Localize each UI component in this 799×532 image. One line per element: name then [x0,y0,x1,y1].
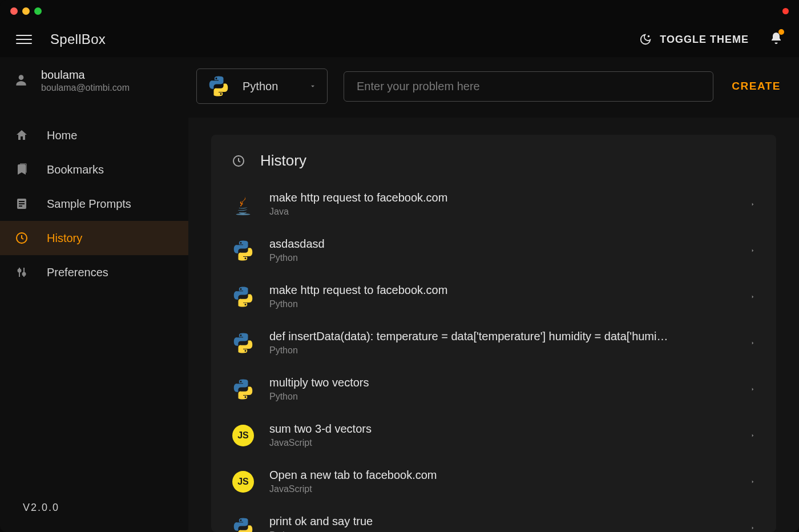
sliders-icon [14,265,30,279]
history-item-lang: Python [269,392,731,402]
history-item-title: sum two 3-d vectors [269,422,731,436]
sidebar-item-label: History [47,232,82,245]
history-item-lang: JavaScript [269,484,731,494]
panel-title: History [260,152,306,170]
history-item[interactable]: asdasdasdPython [232,227,756,273]
language-icon [232,332,255,354]
language-icon [232,239,255,262]
history-item[interactable]: JSOpen a new tab to facebook.comJavaScri… [232,458,756,505]
home-icon [14,128,30,142]
avatar-icon [14,72,29,90]
history-panel: History make http request to facebook.co… [211,135,776,532]
language-select[interactable]: Python [196,68,328,104]
history-item[interactable]: make http request to facebook.comJava [232,181,756,227]
chevron-right-icon [750,478,756,485]
history-item-title: multiply two vectors [269,376,731,389]
sidebar-item-bookmarks[interactable]: Bookmarks [0,152,188,187]
sidebar-item-label: Preferences [47,266,108,279]
history-item-lang: Python [269,345,731,356]
svg-point-1 [19,75,24,80]
notifications-button[interactable] [769,31,783,47]
chevron-right-icon [750,386,756,393]
problem-input[interactable] [344,71,713,102]
history-item[interactable]: print ok and say truePython [232,505,756,532]
history-item-lang: Python [269,253,731,263]
chevron-right-icon [750,201,756,208]
notification-dot-icon [778,29,784,35]
history-item-title: make http request to facebook.com [269,191,731,204]
document-icon [14,197,30,211]
maximize-window-icon[interactable] [34,7,42,15]
sidebar-item-label: Bookmarks [47,163,104,176]
svg-point-8 [18,269,21,272]
sidebar-nav: Home Bookmarks Sample Prompts History [0,118,188,289]
app-title: SpellBox [50,31,106,47]
sidebar-item-preferences[interactable]: Preferences [0,255,188,289]
toggle-theme-button[interactable]: TOGGLE THEME [639,33,749,46]
language-icon: JS [232,470,255,493]
svg-point-10 [23,273,26,276]
history-item-title: def insertData(data): temperature = data… [269,330,731,343]
create-button[interactable]: CREATE [729,75,783,97]
bookmarks-icon [14,163,30,176]
svg-point-12 [236,213,251,215]
chevron-down-icon [309,82,317,90]
svg-rect-4 [19,203,25,204]
history-item[interactable]: multiply two vectorsPython [232,366,756,412]
hamburger-menu-icon[interactable] [16,31,32,47]
history-item-title: Open a new tab to facebook.com [269,469,731,482]
language-select-label: Python [243,80,301,93]
app-header: SpellBox TOGGLE THEME [0,22,799,57]
svg-point-0 [648,36,649,37]
user-profile[interactable]: boulama boulama@otimbi.com [0,62,188,107]
toggle-theme-label: TOGGLE THEME [660,34,749,46]
history-item-title: make http request to facebook.com [269,284,731,297]
history-item-lang: Java [269,207,731,217]
chevron-right-icon [750,293,756,300]
history-item[interactable]: JSsum two 3-d vectorsJavaScript [232,412,756,458]
recording-indicator-icon [782,8,789,14]
language-icon [232,378,255,401]
history-item-lang: JavaScript [269,438,731,448]
history-item-title: print ok and say true [269,515,731,528]
history-item[interactable]: make http request to facebook.comPython [232,273,756,320]
language-icon [232,285,255,308]
clock-icon [14,231,30,245]
user-name: boulama [41,68,130,82]
history-item[interactable]: def insertData(data): temperature = data… [232,320,756,366]
language-icon [232,193,255,216]
python-icon [207,75,230,98]
minimize-window-icon[interactable] [22,7,30,15]
language-icon: JS [232,424,255,447]
window-chrome [0,0,799,22]
composer-bar: Python CREATE [188,57,799,118]
history-item-title: asdasdasd [269,237,731,251]
user-email: boulama@otimbi.com [41,83,130,93]
history-list: make http request to facebook.comJavaasd… [232,181,756,532]
sidebar-item-home[interactable]: Home [0,118,188,152]
svg-rect-3 [19,201,25,202]
main-content: Python CREATE History make http request … [188,57,799,532]
chevron-right-icon [750,247,756,254]
language-icon [232,517,255,533]
close-window-icon[interactable] [10,7,18,15]
sidebar-item-label: Home [47,129,77,142]
traffic-lights [10,7,42,15]
history-item-lang: Python [269,299,731,309]
version-label: V2.0.0 [0,483,188,532]
svg-rect-5 [19,205,22,207]
sidebar-item-history[interactable]: History [0,221,188,255]
sidebar-item-sample-prompts[interactable]: Sample Prompts [0,187,188,221]
sidebar-item-label: Sample Prompts [47,198,131,211]
sidebar: boulama boulama@otimbi.com Home Bookmark… [0,57,188,532]
chevron-right-icon [750,432,756,439]
chevron-right-icon [750,525,756,531]
clock-icon [232,154,245,168]
moon-icon [639,33,652,46]
chevron-right-icon [750,340,756,346]
